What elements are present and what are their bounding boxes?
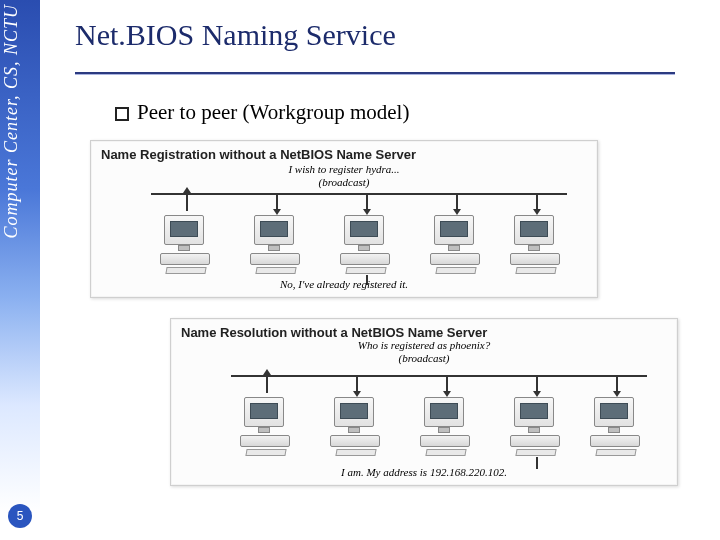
pc-icon (506, 213, 566, 273)
sidebar-org-label: Computer Center, CS, NCTU (1, 4, 39, 239)
diagram1-broadcast-text: I wish to register hydra...(broadcast) (91, 163, 597, 188)
diagram2-broadcast-text: Who is registered as phoenix?(broadcast) (171, 339, 677, 364)
bullet-row: Peer to peer (Workgroup model) (115, 100, 409, 125)
pc-icon (506, 395, 566, 455)
pc-icon (236, 395, 296, 455)
bullet-text: Peer to peer (Workgroup model) (137, 100, 409, 125)
diagram-name-registration: Name Registration without a NetBIOS Name… (90, 140, 598, 298)
diagram2-response-text: I am. My address is 192.168.220.102. (171, 466, 677, 479)
diagram-name-resolution: Name Resolution without a NetBIOS Name S… (170, 318, 678, 486)
pc-icon (156, 213, 216, 273)
pc-icon (336, 213, 396, 273)
diagram1-arrow-up-1 (183, 187, 191, 193)
page-number-badge: 5 (8, 504, 32, 528)
sidebar-gradient: Computer Center, CS, NCTU (0, 0, 40, 540)
pc-icon (246, 213, 306, 273)
slide-title: Net.BIOS Naming Service (75, 18, 396, 52)
pc-icon (586, 395, 646, 455)
diagram2-bus-line (231, 375, 647, 377)
pc-icon (426, 213, 486, 273)
diagram2-arrow-up-1 (263, 369, 271, 375)
pc-icon (416, 395, 476, 455)
pc-icon (326, 395, 386, 455)
diagram1-bus-line (151, 193, 567, 195)
diagram2-stub-1 (266, 375, 268, 393)
diagram1-stub-1 (186, 193, 188, 211)
diagram1-title: Name Registration without a NetBIOS Name… (91, 141, 597, 164)
diagram1-response-text: No, I've already registered it. (91, 278, 597, 291)
title-underline (75, 72, 675, 75)
bullet-square-icon (115, 107, 129, 121)
